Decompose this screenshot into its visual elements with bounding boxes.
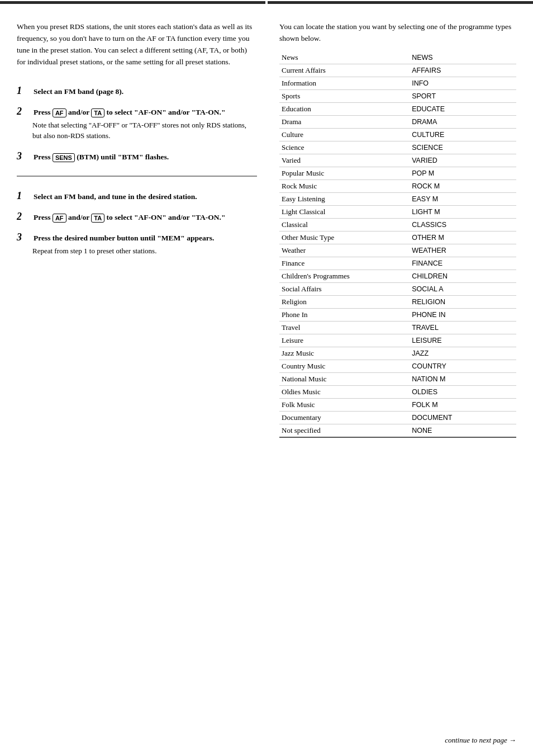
table-row: Easy ListeningEASY M <box>279 192 516 205</box>
programme-code: POP M <box>410 167 516 179</box>
btm-section: 1 Select an FM band (page 8). 2 Press AF… <box>17 85 257 162</box>
btm-step-2-note: Note that selecting "AF-OFF" or "TA-OFF"… <box>32 120 257 141</box>
top-bar-right <box>268 1 533 4</box>
programme-code: WEATHER <box>410 244 516 257</box>
table-row: Jazz MusicJAZZ <box>279 347 516 360</box>
preset-step-2: 2 Press AF and/or TA to select "AF-ON" a… <box>17 211 257 223</box>
programme-name: Sports <box>279 89 410 102</box>
table-row: WeatherWEATHER <box>279 244 516 257</box>
table-row: EducationEDUCATE <box>279 102 516 115</box>
programme-code: DRAMA <box>410 115 516 128</box>
table-row: Light ClassicalLIGHT M <box>279 205 516 218</box>
programme-name: Science <box>279 141 410 154</box>
btm-step-1-header: 1 Select an FM band (page 8). <box>17 85 257 97</box>
programme-name: Current Affairs <box>279 64 410 77</box>
programme-name: Other Music Type <box>279 231 410 244</box>
table-row: Oldies MusicOLDIES <box>279 385 516 398</box>
continue-footer: continue to next page → <box>0 730 533 756</box>
programme-code: CLASSICS <box>410 218 516 231</box>
btm-step-3: 3 Press SENS (BTM) until "BTM" flashes. <box>17 150 257 162</box>
continue-arrow: → <box>509 736 516 744</box>
table-row: FinanceFINANCE <box>279 257 516 270</box>
preset-step-1: 1 Select an FM band, and tune in the des… <box>17 190 257 202</box>
table-row: Children's ProgrammesCHILDREN <box>279 270 516 282</box>
programme-code: LEISURE <box>410 334 516 347</box>
programme-name: Easy Listening <box>279 192 410 205</box>
programme-table: NewsNEWSCurrent AffairsAFFAIRSInformatio… <box>279 51 516 438</box>
step-number-p3: 3 <box>17 231 28 243</box>
table-row: Current AffairsAFFAIRS <box>279 64 516 77</box>
programme-name: Folk Music <box>279 398 410 411</box>
programme-name: Culture <box>279 128 410 141</box>
btm-step-1: 1 Select an FM band (page 8). <box>17 85 257 97</box>
btm-step-1-text: Select an FM band (page 8). <box>34 87 123 96</box>
programme-name: News <box>279 51 410 64</box>
programme-name: Children's Programmes <box>279 270 410 282</box>
table-row: Popular MusicPOP M <box>279 167 516 179</box>
table-row: Country MusicCOUNTRY <box>279 360 516 372</box>
programme-name: Drama <box>279 115 410 128</box>
programme-name: Education <box>279 102 410 115</box>
table-row: ScienceSCIENCE <box>279 141 516 154</box>
intro-text: When you preset RDS stations, the unit s… <box>17 21 257 68</box>
step-number-p1: 1 <box>17 190 28 202</box>
programme-name: Varied <box>279 154 410 167</box>
preset-step-3-header: 3 Press the desired number button until … <box>17 231 257 243</box>
table-row: Not specifiedNONE <box>279 424 516 437</box>
preset-step-3-note: Repeat from step 1 to preset other stati… <box>32 245 257 257</box>
table-row: TravelTRAVEL <box>279 321 516 334</box>
programme-code: JAZZ <box>410 347 516 360</box>
programme-code: FOLK M <box>410 398 516 411</box>
programme-name: Information <box>279 77 410 89</box>
programme-code: DOCUMENT <box>410 411 516 424</box>
preset-section: 1 Select an FM band, and tune in the des… <box>17 190 257 257</box>
programme-code: CHILDREN <box>410 270 516 282</box>
ta-button: TA <box>91 108 104 117</box>
programme-code: OLDIES <box>410 385 516 398</box>
preset-step-1-header: 1 Select an FM band, and tune in the des… <box>17 190 257 202</box>
step-number-3a: 3 <box>17 150 28 162</box>
btm-step-3-header: 3 Press SENS (BTM) until "BTM" flashes. <box>17 150 257 162</box>
programme-name: Oldies Music <box>279 385 410 398</box>
programme-name: Not specified <box>279 424 410 437</box>
programme-code: OTHER M <box>410 231 516 244</box>
sens-button: SENS <box>53 153 75 162</box>
preset-step-2-text: Press AF and/or TA to select "AF-ON" and… <box>34 213 225 223</box>
main-content: When you preset RDS stations, the unit s… <box>0 4 533 730</box>
step-number-p2: 2 <box>17 211 28 223</box>
btm-step-2-header: 2 Press AF and/or TA to select "AF-ON" a… <box>17 106 257 117</box>
table-row: Folk MusicFOLK M <box>279 398 516 411</box>
programme-code: SOCIAL A <box>410 282 516 295</box>
page-container: When you preset RDS stations, the unit s… <box>0 0 533 756</box>
btm-step-3-text: Press SENS (BTM) until "BTM" flashes. <box>34 153 169 162</box>
programme-name: Social Affairs <box>279 282 410 295</box>
table-row: DramaDRAMA <box>279 115 516 128</box>
section-divider <box>17 176 257 177</box>
table-row: CultureCULTURE <box>279 128 516 141</box>
right-column: You can locate the station you want by s… <box>274 21 516 719</box>
programme-code: TRAVEL <box>410 321 516 334</box>
preset-step-1-text: Select an FM band, and tune in the desir… <box>34 192 197 201</box>
preset-step-3-text: Press the desired number button until "M… <box>34 234 214 243</box>
programme-name: Finance <box>279 257 410 270</box>
programme-name: Religion <box>279 295 410 308</box>
programme-code: CULTURE <box>410 128 516 141</box>
programme-name: Country Music <box>279 360 410 372</box>
programme-code: RELIGION <box>410 295 516 308</box>
continue-text: continue to next page <box>445 736 507 744</box>
ta-button-2: TA <box>91 214 104 223</box>
table-row: NewsNEWS <box>279 51 516 64</box>
af-button-2: AF <box>53 214 66 223</box>
programme-code: NATION M <box>410 372 516 385</box>
table-row: DocumentaryDOCUMENT <box>279 411 516 424</box>
table-row: VariedVARIED <box>279 154 516 167</box>
programme-code: COUNTRY <box>410 360 516 372</box>
programme-name: Jazz Music <box>279 347 410 360</box>
programme-code: LIGHT M <box>410 205 516 218</box>
table-row: ReligionRELIGION <box>279 295 516 308</box>
af-button: AF <box>53 108 66 117</box>
programme-name: Light Classical <box>279 205 410 218</box>
programme-code: EDUCATE <box>410 102 516 115</box>
step-number-2a: 2 <box>17 106 28 117</box>
programme-code: VARIED <box>410 154 516 167</box>
